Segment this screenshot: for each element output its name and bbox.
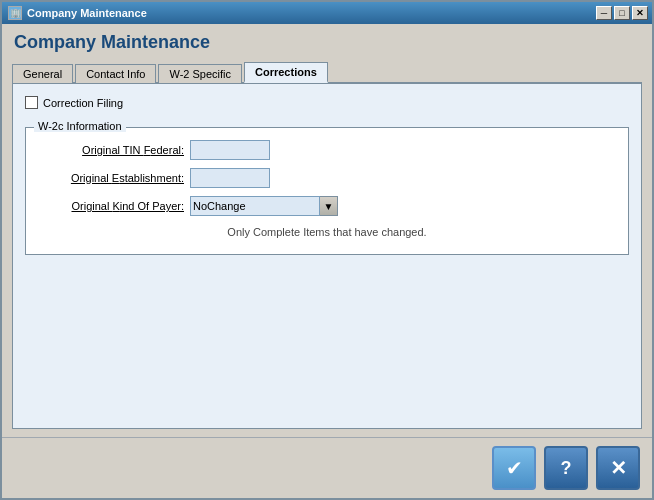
correction-filing-row: Correction Filing bbox=[25, 96, 629, 109]
payer-row: Original Kind Of Payer: NoChange 941 Mil… bbox=[42, 196, 612, 216]
tab-contact-info[interactable]: Contact Info bbox=[75, 64, 156, 83]
tin-federal-input[interactable] bbox=[190, 140, 270, 160]
ok-icon: ✔ bbox=[506, 456, 523, 480]
payer-select-arrow[interactable]: ▼ bbox=[320, 196, 338, 216]
restore-button[interactable]: □ bbox=[614, 6, 630, 20]
establishment-input[interactable] bbox=[190, 168, 270, 188]
ok-button[interactable]: ✔ bbox=[492, 446, 536, 490]
window-title: Company Maintenance bbox=[27, 7, 147, 19]
help-button[interactable]: ? bbox=[544, 446, 588, 490]
page-title: Company Maintenance bbox=[12, 32, 642, 53]
tab-corrections[interactable]: Corrections bbox=[244, 62, 328, 83]
w2c-group-box: W-2c Information Original TIN Federal: O… bbox=[25, 127, 629, 255]
payer-label: Original Kind Of Payer: bbox=[42, 200, 190, 212]
close-button[interactable]: ✕ bbox=[596, 446, 640, 490]
tab-corrections-label: Corrections bbox=[255, 66, 317, 78]
tab-w2-specific-label: W-2 Specific bbox=[169, 68, 231, 80]
tab-w2-specific[interactable]: W-2 Specific bbox=[158, 64, 242, 83]
establishment-row: Original Establishment: bbox=[42, 168, 612, 188]
correction-filing-label: Correction Filing bbox=[43, 97, 123, 109]
correction-filing-checkbox[interactable] bbox=[25, 96, 38, 109]
tab-general-label: General bbox=[23, 68, 62, 80]
title-bar-text: 🏢 Company Maintenance bbox=[8, 6, 147, 20]
tin-federal-label: Original TIN Federal: bbox=[42, 144, 190, 156]
group-box-title: W-2c Information bbox=[34, 120, 126, 132]
close-icon: ✕ bbox=[610, 456, 627, 480]
minimize-button[interactable]: ─ bbox=[596, 6, 612, 20]
tab-general[interactable]: General bbox=[12, 64, 73, 83]
tin-federal-row: Original TIN Federal: bbox=[42, 140, 612, 160]
tab-bar: General Contact Info W-2 Specific Correc… bbox=[12, 61, 642, 84]
help-icon: ? bbox=[561, 458, 572, 479]
payer-select[interactable]: NoChange 941 Military Medicare Govt Empl… bbox=[190, 196, 320, 216]
title-bar: 🏢 Company Maintenance ─ □ ✕ bbox=[2, 2, 652, 24]
payer-select-wrapper: NoChange 941 Military Medicare Govt Empl… bbox=[190, 196, 338, 216]
tab-contact-info-label: Contact Info bbox=[86, 68, 145, 80]
main-window: 🏢 Company Maintenance ─ □ ✕ Company Main… bbox=[0, 0, 654, 500]
app-icon: 🏢 bbox=[8, 6, 22, 20]
window-close-button[interactable]: ✕ bbox=[632, 6, 648, 20]
bottom-bar: ✔ ? ✕ bbox=[2, 438, 652, 498]
window-content: Company Maintenance General Contact Info… bbox=[2, 24, 652, 437]
establishment-label: Original Establishment: bbox=[42, 172, 190, 184]
main-panel: Correction Filing W-2c Information Origi… bbox=[12, 84, 642, 429]
hint-text: Only Complete Items that have changed. bbox=[42, 226, 612, 238]
title-bar-controls: ─ □ ✕ bbox=[596, 6, 648, 20]
